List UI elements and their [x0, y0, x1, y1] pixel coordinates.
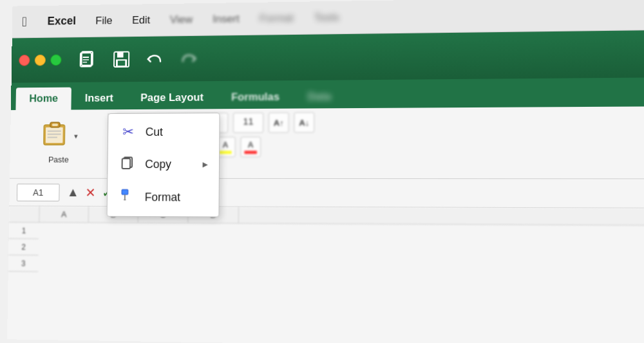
format-label: Format: [145, 190, 181, 204]
menu-tools[interactable]: Tools: [310, 8, 343, 26]
tab-page-layout[interactable]: Page Layout: [127, 86, 218, 109]
traffic-lights: [19, 55, 61, 66]
svg-rect-18: [122, 189, 128, 194]
paste-button[interactable]: ▼: [33, 113, 84, 153]
ribbon-content: ▼ Paste ✂ Cut: [10, 106, 644, 179]
menu-excel[interactable]: Excel: [44, 12, 80, 31]
save-icon[interactable]: [110, 48, 133, 71]
tab-formulas[interactable]: Formulas: [217, 86, 294, 109]
cancel-formula-icon[interactable]: ✕: [85, 185, 96, 200]
copy-arrow-icon: ▶: [203, 160, 208, 169]
confirm-formula-icon[interactable]: ✓: [102, 185, 113, 200]
svg-rect-12: [52, 124, 58, 126]
clipboard-section: ▼ Paste ✂ Cut: [10, 113, 108, 174]
cut-label: Cut: [146, 125, 163, 139]
increase-font-icon[interactable]: A↑: [269, 113, 289, 133]
cut-menu-item[interactable]: ✂ Cut: [108, 116, 220, 148]
apple-logo-icon: : [22, 14, 27, 30]
menu-format[interactable]: Format: [256, 9, 298, 27]
sort-ascending-icon[interactable]: ▲: [67, 185, 79, 200]
svg-rect-0: [82, 51, 93, 65]
tab-data[interactable]: Data: [294, 85, 345, 108]
new-workbook-icon[interactable]: [77, 48, 100, 71]
font-color-button[interactable]: A: [240, 136, 261, 157]
paste-label: Paste: [48, 155, 69, 165]
close-button[interactable]: [19, 55, 30, 66]
decrease-font-icon[interactable]: A↓: [294, 112, 314, 133]
clipboard-dropdown: ✂ Cut Copy ▶: [107, 113, 220, 217]
formula-bar: A1 ▲ ✕ ✓ fx: [9, 179, 644, 209]
menu-insert[interactable]: Insert: [209, 10, 243, 28]
cell-reference-box[interactable]: A1: [17, 183, 60, 201]
copy-menu-item[interactable]: Copy ▶: [108, 147, 219, 180]
copy-label: Copy: [145, 158, 171, 171]
copy-icon: [119, 155, 137, 172]
redo-icon[interactable]: [177, 47, 200, 70]
format-painter-menu-item[interactable]: Format: [108, 181, 219, 214]
svg-rect-17: [122, 158, 131, 169]
tab-home[interactable]: Home: [15, 88, 71, 110]
format-painter-icon: [118, 189, 136, 207]
menu-file[interactable]: File: [92, 12, 117, 30]
cut-icon: ✂: [119, 124, 137, 140]
font-size-input[interactable]: 11: [233, 113, 263, 133]
menu-edit[interactable]: Edit: [128, 11, 154, 29]
undo-icon[interactable]: [144, 48, 166, 70]
menu-view[interactable]: View: [166, 10, 196, 28]
svg-rect-1: [80, 53, 91, 66]
